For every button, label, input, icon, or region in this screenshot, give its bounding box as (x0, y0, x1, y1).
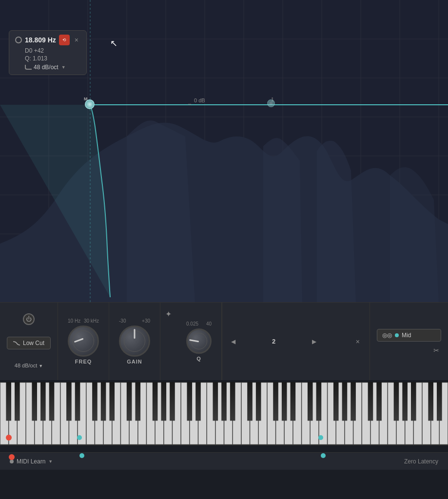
midi-bar: MIDI Learn ▼ Zero Latency (0, 452, 448, 470)
q-label: Q (196, 356, 201, 362)
q-knob-section: 0.025 40 Q (176, 303, 222, 380)
eq-controls-panel: ⏻ Low Cut 48 dB/oct ▼ 10 Hz 30 kHz (0, 302, 448, 380)
slope-filter-icon (25, 65, 32, 70)
tooltip-power-btn[interactable] (15, 37, 22, 43)
eq-tooltip-popup: 18.809 Hz ⟲ × D0 +42 Q: 1.013 48 dB/oct … (9, 30, 87, 75)
gain-max-label: +30 (142, 318, 150, 324)
power-icon: ⏻ (26, 316, 32, 323)
eq-band-handle[interactable]: M (85, 99, 95, 109)
q-max-label: 40 (206, 321, 212, 326)
freq-min-label: 10 Hz (68, 318, 80, 324)
piano-display[interactable] (0, 382, 448, 445)
tooltip-slope-arrow[interactable]: ▼ (61, 65, 66, 70)
svg-text:0 dB: 0 dB (194, 97, 205, 103)
slope-display[interactable]: 48 dB/oct ▼ (15, 362, 43, 369)
freq-knob[interactable] (68, 326, 99, 357)
midi-learn-button[interactable]: MIDI Learn ▼ (10, 458, 53, 465)
gain-knob-section: -30 +30 GAIN (109, 303, 160, 380)
band-m-label: M (84, 96, 88, 101)
band-navigation: ◀ 2 ▶ × (222, 303, 370, 380)
q-min-label: 0.025 (186, 321, 198, 326)
filter-type-label: Low Cut (23, 340, 44, 346)
tooltip-frequency: 18.809 Hz (25, 36, 59, 44)
tooltip-q: Q: 1.013 (15, 55, 80, 62)
piano-note-marker-cyan-1 (79, 453, 84, 458)
tooltip-q-label: Q: (25, 55, 31, 62)
band-close-btn[interactable]: × (353, 337, 363, 346)
gain-knob[interactable] (119, 326, 150, 357)
next-band-btn[interactable]: ▶ (310, 337, 318, 346)
midi-learn-label: MIDI Learn (17, 458, 45, 465)
tooltip-slope-label: 48 dB/oct (34, 64, 58, 71)
channel-label: Mid (402, 332, 411, 339)
freq-max-label: 30 kHz (84, 318, 99, 324)
tooltip-q-value: 1.013 (33, 55, 47, 62)
freq-label: FREQ (75, 359, 92, 365)
band-number-label: 2 (272, 338, 275, 345)
channel-controls-right: ◎ Mid ✂ (370, 303, 448, 380)
gain-knob-indicator (134, 329, 136, 339)
low-cut-filter-icon (13, 341, 20, 345)
tooltip-red-button[interactable]: ⟲ (59, 35, 70, 45)
gain-label: GAIN (127, 359, 142, 365)
q-knob[interactable] (186, 328, 212, 354)
gain-min-label: -30 (119, 318, 126, 324)
scissors-button[interactable]: ✂ (433, 346, 441, 354)
midi-learn-arrow[interactable]: ▼ (48, 459, 53, 464)
tooltip-slope-row: 48 dB/oct ▼ (15, 64, 80, 71)
tooltip-note: D0 +42 (15, 47, 80, 54)
channel-icon: ◎ (382, 332, 392, 339)
piano-keyboard: // White keys rendered as rectangles (0, 382, 448, 470)
filter-type-button[interactable]: Low Cut (7, 337, 51, 349)
zero-latency-label: Zero Latency (404, 458, 438, 465)
channel-select-button[interactable]: ◎ Mid (377, 329, 441, 342)
band-power-button[interactable]: ⏻ (23, 313, 35, 325)
piano-note-marker-left (9, 454, 15, 460)
eq-band-handle-2[interactable] (267, 99, 275, 107)
settings-section: ✦ (160, 303, 176, 380)
prev-band-btn[interactable]: ◀ (229, 337, 237, 346)
freq-knob-section: 10 Hz 30 kHz FREQ (58, 303, 109, 380)
channel-dot (395, 333, 399, 337)
filter-controls-left: ⏻ Low Cut 48 dB/oct ▼ (0, 303, 58, 380)
settings-icon[interactable]: ✦ (165, 309, 172, 319)
tooltip-close-btn[interactable]: × (73, 35, 80, 45)
piano-note-marker-cyan-2 (321, 453, 326, 458)
